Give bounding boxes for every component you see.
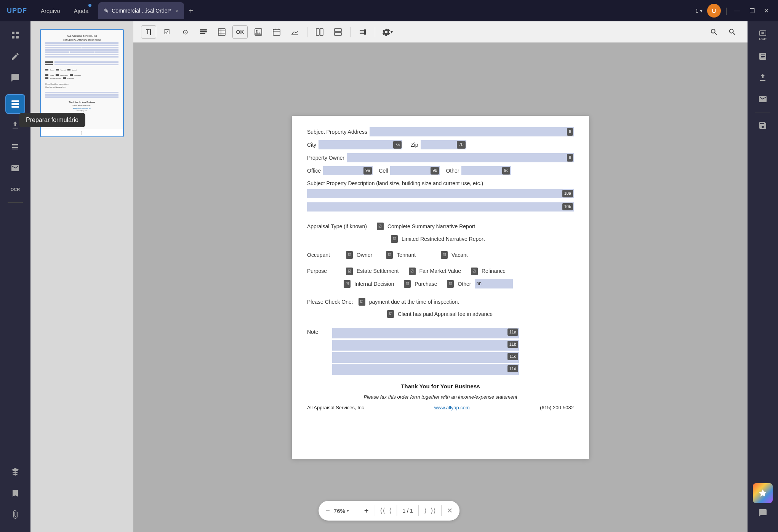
desc-field-b[interactable]: 10b [307,202,574,212]
note-field-c[interactable]: 11c [332,352,519,363]
sidebar-btn-sign[interactable] [5,158,25,178]
active-tab[interactable]: ✎ Commercial ...isal Order* × [98,2,184,19]
other-field[interactable]: 9c [461,166,511,175]
zoom-out-btn[interactable]: − [325,506,330,515]
check-two-cb[interactable]: ☑ [387,310,394,318]
sidebar-btn-organize[interactable] [5,137,25,157]
right-ocr-btn[interactable]: OCR [753,25,773,45]
radio-tool-btn[interactable]: ⊙ [178,25,193,39]
right-chat-btn[interactable] [753,503,773,523]
purpose-row1: Purpose ☑ Estate Settlement ☑ Fair Marke… [307,267,574,275]
note-num-a: 11a [507,328,518,336]
zip-field[interactable]: 7b [421,140,466,149]
sidebar-btn-export[interactable] [5,115,25,135]
appraisal-cb1[interactable]: ☑ [377,223,384,230]
sidebar-btn-edit[interactable] [5,46,25,66]
appraisal-cb2[interactable]: ☑ [391,235,398,243]
desc-num-a: 10a [562,190,573,197]
zoom-sep-3 [418,505,419,516]
occupant-vacant-cb[interactable]: ☑ [441,251,448,259]
sidebar-btn-bookmarks[interactable] [5,483,25,503]
tab-add-btn[interactable]: + [186,6,196,15]
purpose-estate-cb[interactable]: ☑ [346,268,353,275]
website-link[interactable]: www.allyap.com [434,404,470,412]
svg-rect-8 [200,31,207,32]
owner-field-num: 8 [567,154,573,162]
footer-row: All Appraisal Services, Inc www.allyap.c… [307,404,574,412]
sidebar-btn-thumbnails[interactable] [5,25,25,45]
nav-first-btn[interactable]: ⟨⟨ [380,506,385,515]
desc-field-a[interactable]: 10a [307,189,574,198]
occupant-owner-cb[interactable]: ☑ [346,251,353,259]
note-field-d[interactable]: 11d [332,364,519,375]
menu-ajuda[interactable]: Ajuda [67,0,95,21]
purpose-fmv: Fair Market Value [419,267,461,275]
occupant-tennant-cb[interactable]: ☑ [386,251,393,259]
purpose-other-field[interactable]: nn [475,279,513,288]
svg-rect-22 [320,29,323,35]
nav-prev-btn[interactable]: ⟨ [389,506,392,515]
zoom-in-btn[interactable]: + [364,506,369,515]
right-convert-btn[interactable] [753,46,773,66]
purpose-fmv-cb[interactable]: ☑ [409,268,416,275]
office-field[interactable]: 9a [323,166,373,175]
note-field-a[interactable]: 11a [332,328,519,338]
svg-rect-1 [16,32,19,34]
zoom-close-btn[interactable]: ✕ [447,506,453,515]
cell-field[interactable]: 9b [390,166,440,175]
image-tool-btn[interactable] [251,25,266,39]
table-tool-btn[interactable] [214,25,229,39]
sidebar-btn-annotate[interactable] [5,68,25,88]
appraisal-type-row2: ☑ Limited Restricted Narrative Report [307,235,574,243]
zoom-bar: − 76% ▾ + ⟨⟨ ⟨ 1 / 1 ⟩ ⟩⟩ ✕ [319,501,459,521]
sidebar-btn-form[interactable] [5,94,25,114]
listbox-tool-btn[interactable] [196,25,211,39]
purpose-purchase-cb[interactable]: ☑ [404,280,411,288]
check-one-cb[interactable]: ☑ [359,298,365,306]
sidebar-btn-layers[interactable] [5,462,25,482]
menu-arquivo[interactable]: Arquivo [34,0,67,21]
spacer-4 [307,292,574,298]
search-btn[interactable] [706,25,722,39]
purpose-other-cb[interactable]: ☑ [447,280,454,288]
date-tool-btn[interactable] [269,25,284,39]
appraisal-type-row1: Appraisal Type (if known) ☑ Complete Sum… [307,222,574,231]
zoom-search-btn[interactable] [725,25,740,39]
address-field[interactable]: 6 [370,127,574,136]
win-minimize-btn[interactable]: — [732,7,743,14]
layout1-btn[interactable] [312,25,327,39]
ok-tool-btn[interactable]: OK [232,25,248,39]
win-maximize-btn[interactable]: ❐ [747,7,757,14]
note-field-b[interactable]: 11b [332,340,519,351]
sidebar-btn-attachments[interactable] [5,505,25,524]
owner-field[interactable]: 8 [347,153,574,162]
right-upload-btn[interactable] [753,68,773,88]
city-field[interactable]: 7a [319,140,402,149]
checkbox-tool-btn[interactable]: ☑ [159,25,174,39]
align-btn[interactable] [355,25,370,39]
zoom-value-display[interactable]: 76% ▾ [334,508,360,514]
text-tool-btn[interactable]: T| [141,25,156,39]
win-close-btn[interactable]: ✕ [762,7,771,14]
purpose-purchase: Purchase [415,280,437,288]
city-zip-row: City 7a Zip 7b [307,140,574,149]
nav-next-btn[interactable]: ⟩ [424,506,427,515]
settings-btn[interactable]: ▾ [380,25,395,39]
cell-field-num: 9b [431,167,439,175]
right-email-btn[interactable] [753,89,773,109]
purpose-refi-cb[interactable]: ☑ [471,268,478,275]
occupant-label: Occupant [307,251,338,259]
toolbar-sep-2 [350,27,351,37]
right-ai-btn[interactable] [753,483,773,503]
right-save-btn[interactable] [753,115,773,135]
tab-close-btn[interactable]: × [176,8,179,14]
sidebar-btn-ocr[interactable]: OCR [5,179,25,199]
nav-last-btn[interactable]: ⟩⟩ [431,506,436,515]
thank-you-text: Thank You for Your Business [307,382,574,391]
user-avatar[interactable]: U [707,4,721,18]
sig-tool-btn[interactable] [287,25,303,39]
purpose-intdec-cb[interactable]: ☑ [344,280,351,288]
tab-title: Commercial ...isal Order* [112,8,171,14]
layout2-btn[interactable] [330,25,346,39]
thumbnail-page-1[interactable]: ALL Appraisal Services, Inc COMMERCIAL A… [40,29,124,137]
